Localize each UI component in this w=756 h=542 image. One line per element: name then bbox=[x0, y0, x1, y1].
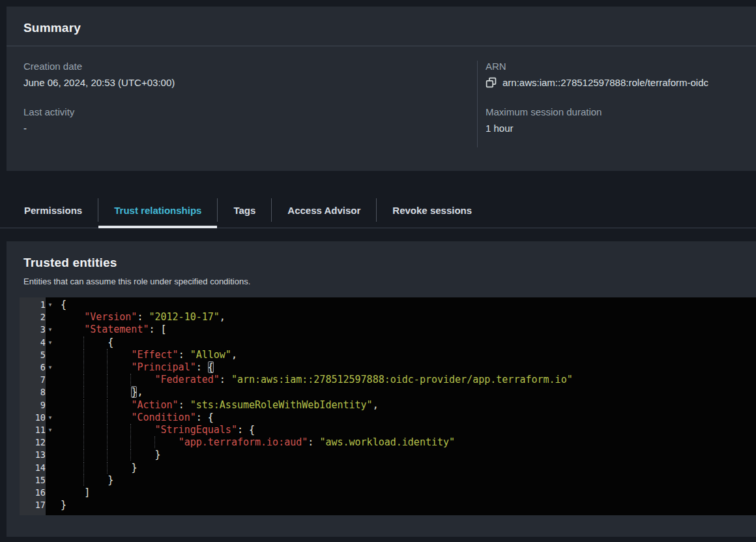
fold-spacer bbox=[46, 436, 55, 449]
last-activity-label: Last activity bbox=[23, 106, 477, 117]
last-activity-value: - bbox=[23, 123, 477, 134]
line-number: 6 bbox=[20, 361, 46, 374]
code-line: } bbox=[55, 499, 66, 511]
fold-spacer bbox=[46, 399, 55, 412]
line-number: 1 bbox=[20, 299, 46, 311]
max-session-value: 1 hour bbox=[486, 123, 756, 134]
editor-line: 11▾ "StringEquals": { bbox=[20, 424, 756, 436]
editor-line: 17} bbox=[20, 499, 756, 511]
fold-spacer bbox=[46, 449, 55, 461]
fold-spacer bbox=[46, 474, 55, 487]
code-line: { bbox=[55, 299, 66, 311]
editor-line: 2 "Version": "2012-10-17", bbox=[20, 311, 756, 324]
summary-left-column: Creation date June 06, 2024, 20:53 (UTC+… bbox=[23, 61, 477, 147]
trusted-entities-description: Entities that can assume this role under… bbox=[23, 277, 739, 286]
creation-date-field: Creation date June 06, 2024, 20:53 (UTC+… bbox=[23, 61, 477, 88]
code-line: } bbox=[55, 462, 137, 474]
line-number: 13 bbox=[20, 449, 46, 461]
creation-date-label: Creation date bbox=[23, 61, 477, 72]
tab-access-advisor[interactable]: Access Advisor bbox=[272, 192, 376, 228]
line-number: 14 bbox=[20, 462, 46, 474]
fold-toggle-icon[interactable]: ▾ bbox=[46, 299, 55, 311]
fold-toggle-icon[interactable]: ▾ bbox=[46, 361, 55, 374]
fold-spacer bbox=[46, 487, 55, 499]
code-line: }, bbox=[55, 386, 143, 399]
fold-toggle-icon[interactable]: ▾ bbox=[46, 412, 55, 424]
code-line: "Version": "2012-10-17", bbox=[55, 311, 225, 324]
line-number: 5 bbox=[20, 349, 46, 361]
line-number: 12 bbox=[20, 436, 46, 449]
tab-permissions[interactable]: Permissions bbox=[8, 192, 98, 228]
fold-toggle-icon[interactable]: ▾ bbox=[46, 424, 55, 436]
trusted-entities-panel: Trusted entities Entities that can assum… bbox=[7, 241, 756, 537]
summary-right-column: ARN arn:aws:iam::278512597888:role/terra… bbox=[477, 61, 756, 147]
code-line: ] bbox=[55, 487, 90, 499]
arn-label: ARN bbox=[486, 61, 756, 72]
editor-line: 12 "app.terraform.io:aud": "aws.workload… bbox=[20, 436, 756, 449]
code-line: "StringEquals": { bbox=[55, 424, 255, 436]
editor-line: 15 } bbox=[20, 474, 756, 487]
line-number: 15 bbox=[20, 474, 46, 487]
editor-line: 5 "Effect": "Allow", bbox=[20, 349, 756, 361]
summary-header: Summary bbox=[7, 7, 756, 46]
fold-spacer bbox=[46, 386, 55, 399]
editor-line: 16 ] bbox=[20, 487, 756, 499]
summary-panel: Summary Creation date June 06, 2024, 20:… bbox=[7, 7, 756, 171]
line-number: 9 bbox=[20, 399, 46, 412]
role-tabs-bar: Permissions Trust relationships Tags Acc… bbox=[0, 192, 756, 228]
editor-line: 14 } bbox=[20, 462, 756, 474]
trust-policy-editor[interactable]: 1▾{2 "Version": "2012-10-17",3▾ "Stateme… bbox=[20, 297, 756, 515]
editor-line: 9 "Action": "sts:AssumeRoleWithWebIdenti… bbox=[20, 399, 756, 412]
max-session-label: Maximum session duration bbox=[486, 106, 756, 117]
editor-line: 3▾ "Statement": [ bbox=[20, 324, 756, 336]
editor-line: 13 } bbox=[20, 449, 756, 461]
line-number: 7 bbox=[20, 374, 46, 386]
line-number: 3 bbox=[20, 324, 46, 336]
line-number: 4 bbox=[20, 337, 46, 349]
arn-value: arn:aws:iam::278512597888:role/terraform… bbox=[502, 77, 708, 88]
code-line: { bbox=[55, 337, 113, 349]
fold-spacer bbox=[46, 349, 55, 361]
code-line: "Condition": { bbox=[55, 412, 214, 424]
line-number: 8 bbox=[20, 386, 46, 399]
editor-line: 1▾{ bbox=[20, 299, 756, 311]
summary-body: Creation date June 06, 2024, 20:53 (UTC+… bbox=[7, 46, 756, 162]
copy-icon bbox=[486, 77, 497, 88]
code-line: "Action": "sts:AssumeRoleWithWebIdentity… bbox=[55, 399, 379, 412]
line-number: 2 bbox=[20, 311, 46, 324]
code-line: "Effect": "Allow", bbox=[55, 349, 237, 361]
code-line: } bbox=[55, 449, 161, 461]
max-session-field: Maximum session duration 1 hour bbox=[486, 106, 756, 134]
fold-spacer bbox=[46, 462, 55, 474]
tab-trust-relationships[interactable]: Trust relationships bbox=[98, 192, 217, 228]
tab-tags[interactable]: Tags bbox=[218, 192, 271, 228]
last-activity-field: Last activity - bbox=[23, 106, 477, 134]
line-number: 11 bbox=[20, 424, 46, 436]
fold-toggle-icon[interactable]: ▾ bbox=[46, 337, 55, 349]
code-line: } bbox=[55, 474, 113, 487]
trusted-entities-header: Trusted entities Entities that can assum… bbox=[7, 241, 756, 286]
fold-spacer bbox=[46, 374, 55, 386]
line-number: 17 bbox=[20, 499, 46, 511]
fold-spacer bbox=[46, 311, 55, 324]
trusted-entities-title: Trusted entities bbox=[23, 256, 739, 270]
summary-title: Summary bbox=[23, 21, 739, 35]
code-line: "Statement": [ bbox=[55, 324, 167, 336]
line-number: 16 bbox=[20, 487, 46, 499]
editor-line: 6▾ "Principal": { bbox=[20, 361, 756, 374]
code-line: "app.terraform.io:aud": "aws.workload.id… bbox=[55, 436, 455, 449]
copy-arn-button[interactable] bbox=[486, 77, 497, 88]
creation-date-value: June 06, 2024, 20:53 (UTC+03:00) bbox=[23, 77, 477, 88]
editor-line: 4▾ { bbox=[20, 337, 756, 349]
code-line: "Principal": { bbox=[55, 361, 214, 374]
editor-line: 8 }, bbox=[20, 386, 756, 399]
line-number: 10 bbox=[20, 412, 46, 424]
fold-spacer bbox=[46, 499, 55, 511]
code-line: "Federated": "arn:aws:iam::278512597888:… bbox=[55, 374, 573, 386]
fold-toggle-icon[interactable]: ▾ bbox=[46, 324, 55, 336]
editor-line: 10▾ "Condition": { bbox=[20, 412, 756, 424]
editor-line: 7 "Federated": "arn:aws:iam::27851259788… bbox=[20, 374, 756, 386]
arn-row: arn:aws:iam::278512597888:role/terraform… bbox=[486, 77, 756, 88]
tab-revoke-sessions[interactable]: Revoke sessions bbox=[377, 192, 487, 228]
arn-field: ARN arn:aws:iam::278512597888:role/terra… bbox=[486, 61, 756, 88]
